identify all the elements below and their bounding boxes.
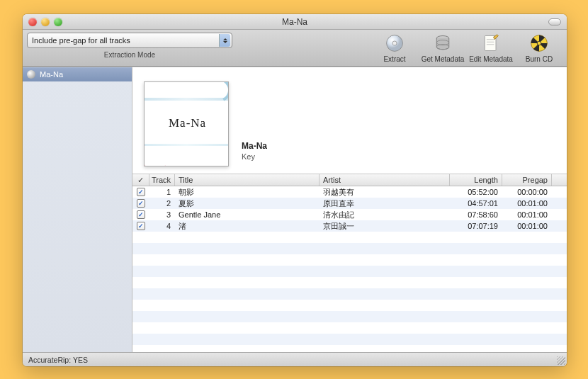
table-row-empty xyxy=(132,266,567,277)
resize-grip-icon[interactable] xyxy=(557,356,565,365)
cell-title: 渚 xyxy=(175,221,320,232)
cell-length: 07:07:19 xyxy=(450,222,502,230)
col-artist[interactable]: Artist xyxy=(320,174,450,186)
minimize-icon[interactable] xyxy=(41,18,50,26)
cell-length: 07:58:60 xyxy=(450,210,502,219)
table-row[interactable]: ✓4渚京田誠一07:07:1900:01:00 xyxy=(132,220,567,232)
cell-check[interactable]: ✓ xyxy=(132,188,149,196)
extraction-mode-select[interactable]: Include pre-gap for all tracks xyxy=(27,33,232,48)
close-icon[interactable] xyxy=(28,18,37,26)
zoom-icon[interactable] xyxy=(54,18,62,26)
table-row-empty xyxy=(132,322,567,334)
col-pregap[interactable]: Pregap xyxy=(502,174,552,186)
database-icon xyxy=(432,33,453,54)
table-row-empty xyxy=(132,243,567,254)
main-pane: Ma-Na Ma-Na Key ✓ Track Title Artist Len… xyxy=(132,67,567,352)
accuraterip-label: AccurateRip: xyxy=(28,356,71,364)
extraction-mode-value: Include pre-gap for all tracks xyxy=(32,36,130,45)
cell-track: 4 xyxy=(149,222,175,230)
svg-point-10 xyxy=(537,41,541,45)
table-row-empty xyxy=(132,300,567,311)
table-row-empty xyxy=(132,345,567,352)
col-title[interactable]: Title xyxy=(175,174,320,186)
table-row[interactable]: ✓1朝影羽越美有05:52:0000:00:00 xyxy=(132,186,567,198)
checkbox-icon[interactable]: ✓ xyxy=(137,188,145,196)
checkbox-icon[interactable]: ✓ xyxy=(137,199,145,208)
status-bar: AccurateRip: YES xyxy=(23,352,567,366)
table-row-empty xyxy=(132,334,567,345)
cell-track: 2 xyxy=(149,199,175,208)
album-artist: Key xyxy=(242,152,267,161)
burn-cd-label: Burn CD xyxy=(526,55,553,63)
edit-metadata-label: Edit Metadata xyxy=(469,55,513,63)
edit-metadata-button[interactable]: Edit Metadata xyxy=(468,33,514,63)
edit-icon xyxy=(480,33,502,54)
cell-check[interactable]: ✓ xyxy=(132,222,149,230)
toolbar-toggle-icon[interactable] xyxy=(548,18,561,26)
toolbar: Include pre-gap for all tracks Extractio… xyxy=(23,30,567,67)
accuraterip-value: YES xyxy=(73,356,88,364)
track-table: ✓ Track Title Artist Length Pregap ✓1朝影羽… xyxy=(132,174,567,352)
cell-pregap: 00:01:00 xyxy=(502,222,552,230)
disc-small-icon xyxy=(27,70,35,79)
window-title: Ma-Na xyxy=(23,17,567,27)
col-length[interactable]: Length xyxy=(450,174,502,186)
cell-artist: 羽越美有 xyxy=(320,187,450,198)
titlebar[interactable]: Ma-Na xyxy=(23,14,567,30)
cell-check[interactable]: ✓ xyxy=(132,210,149,219)
table-row-empty xyxy=(132,232,567,243)
cover-signature: Ma-Na xyxy=(169,116,206,130)
get-metadata-label: Get Metadata xyxy=(422,55,465,63)
album-title: Ma-Na xyxy=(242,141,267,151)
sidebar-item-disc[interactable]: Ma-Na xyxy=(23,67,132,81)
cell-check[interactable]: ✓ xyxy=(132,199,149,208)
table-row[interactable]: ✓2夏影原田直幸04:57:0100:01:00 xyxy=(132,198,567,209)
cell-pregap: 00:01:00 xyxy=(502,199,552,208)
checkbox-icon[interactable]: ✓ xyxy=(137,210,145,219)
cell-artist: 原田直幸 xyxy=(320,198,450,209)
table-body: ✓1朝影羽越美有05:52:0000:00:00✓2夏影原田直幸04:57:01… xyxy=(132,186,567,352)
cell-title: Gentle Jane xyxy=(175,210,320,219)
burn-cd-button[interactable]: Burn CD xyxy=(516,33,562,63)
traffic-lights xyxy=(28,18,62,26)
cell-track: 3 xyxy=(149,210,175,219)
window: Ma-Na Include pre-gap for all tracks Ext… xyxy=(23,14,567,366)
extract-button[interactable]: Extract xyxy=(371,33,418,63)
svg-point-1 xyxy=(392,41,397,45)
cell-track: 1 xyxy=(149,188,175,196)
table-header: ✓ Track Title Artist Length Pregap xyxy=(132,174,567,186)
sidebar-item-label: Ma-Na xyxy=(40,70,63,79)
get-metadata-button[interactable]: Get Metadata xyxy=(419,33,466,63)
cell-length: 05:52:00 xyxy=(450,188,502,196)
col-track[interactable]: Track xyxy=(149,174,175,186)
disc-icon xyxy=(384,33,405,54)
table-row-empty xyxy=(132,277,567,288)
cell-pregap: 00:00:00 xyxy=(502,188,552,196)
extract-label: Extract xyxy=(383,55,405,63)
cell-artist: 京田誠一 xyxy=(320,221,450,232)
chevron-updown-icon xyxy=(219,34,230,47)
cell-artist: 清水由記 xyxy=(320,210,450,220)
cell-length: 04:57:01 xyxy=(450,199,502,208)
album-cover[interactable]: Ma-Na xyxy=(144,81,229,166)
checkbox-icon[interactable]: ✓ xyxy=(137,222,145,230)
burn-icon xyxy=(528,33,550,54)
extraction-mode-label: Extraction Mode xyxy=(27,51,232,59)
cell-title: 朝影 xyxy=(175,187,320,198)
cell-title: 夏影 xyxy=(175,198,320,209)
sidebar: Ma-Na xyxy=(23,67,132,352)
table-row-empty xyxy=(132,311,567,322)
table-row-empty xyxy=(132,254,567,266)
cell-pregap: 00:01:00 xyxy=(502,210,552,219)
table-row-empty xyxy=(132,288,567,300)
col-check[interactable]: ✓ xyxy=(132,174,149,186)
table-row[interactable]: ✓3Gentle Jane清水由記07:58:6000:01:00 xyxy=(132,209,567,220)
